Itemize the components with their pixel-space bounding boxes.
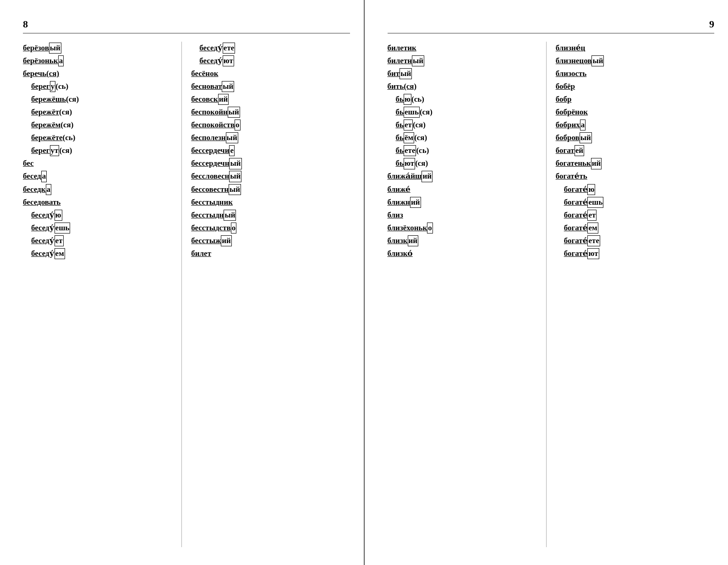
right-page-number: 9 (388, 18, 715, 30)
list-item: бессловесный (191, 170, 345, 183)
list-item: близость (556, 67, 710, 80)
left-col1: берёзовый берёзонька беречь(ся) бeрегу(с… (23, 42, 181, 547)
list-item: близко́ (388, 247, 542, 260)
list-item: беспокойство (191, 119, 345, 131)
list-item: бесёнок (191, 67, 345, 80)
list-item: бесовский (191, 93, 345, 106)
list-item: бережёте(сь) (23, 131, 177, 144)
list-item: бeрегу(сь) (23, 80, 177, 93)
list-item: бесноватый (191, 80, 345, 93)
list-item: бессердечие (191, 144, 345, 157)
left-col2: беседу́ете беседу́ют бесёнок бесноватый … (181, 42, 350, 547)
list-item: беседка (23, 183, 177, 196)
list-item: бьете(сь) (388, 144, 542, 157)
list-item: берегут(ся) (23, 144, 177, 157)
right-col1: билетик билетный битый бить(ся) бью(сь) … (388, 42, 546, 547)
list-item: беседу́ем (23, 247, 177, 260)
list-item: беседу́ет (23, 234, 177, 247)
list-item: берёзовый (23, 42, 177, 54)
list-item: ближний (388, 196, 542, 209)
list-item: ближе́ (388, 183, 542, 196)
list-item: бьешь(ся) (388, 106, 542, 119)
list-item: берёзонька (23, 54, 177, 67)
list-item: беседу́ете (191, 42, 345, 54)
list-item: бесполезный (191, 131, 345, 144)
list-item: близ (388, 209, 542, 222)
list-item: беседовать (23, 196, 177, 209)
list-item: билет (191, 247, 345, 260)
list-item: беседу́ю (23, 209, 177, 222)
list-item: бесстыжий (191, 234, 345, 247)
list-item: богате́ю (556, 183, 710, 196)
right-page-line (388, 33, 715, 33)
list-item: бьет(ся) (388, 119, 542, 131)
list-item: бобриха (556, 119, 710, 131)
list-item: билетик (388, 42, 542, 54)
list-item: богате́ешь (556, 196, 710, 209)
list-item: беспокойный (191, 106, 345, 119)
left-columns: берёзовый берёзонька беречь(ся) бeрегу(с… (23, 42, 350, 547)
list-item: бить(ся) (388, 80, 542, 93)
left-page-line (23, 33, 350, 33)
list-item: беседу́ют (191, 54, 345, 67)
list-item: битый (388, 67, 542, 80)
list-item: бережёшь(ся) (23, 93, 177, 106)
list-item: близёхонько (388, 222, 542, 234)
list-item: богате́ет (556, 209, 710, 222)
list-item: бессердечный (191, 157, 345, 170)
list-item: близне́ц (556, 42, 710, 54)
list-item: бобёр (556, 80, 710, 93)
right-col2: близне́ц близнецовый близость бобёр бобр… (546, 42, 714, 547)
list-item: ближа́йший (388, 170, 542, 183)
left-page-number: 8 (23, 18, 350, 30)
list-item: бобровый (556, 131, 710, 144)
list-item: богате́ть (556, 170, 710, 183)
list-item: богатенький (556, 157, 710, 170)
list-item: бессовестный (191, 183, 345, 196)
list-item: билетный (388, 54, 542, 67)
list-item: близнецовый (556, 54, 710, 67)
list-item: близкий (388, 234, 542, 247)
list-item: богате́ем (556, 222, 710, 234)
left-page: 8 берёзовый берёзонька беречь(ся) бeрегу… (0, 0, 365, 565)
list-item: беседа (23, 170, 177, 183)
list-item: бесстыдник (191, 196, 345, 209)
list-item: бобр (556, 93, 710, 106)
list-item: бесстыдство (191, 222, 345, 234)
list-item: богате́ете (556, 234, 710, 247)
list-item: бьют(ся) (388, 157, 542, 170)
right-page: 9 билетик билетный битый бить(ся) бью(сь… (365, 0, 728, 565)
list-item: бобрёнок (556, 106, 710, 119)
list-item: бес (23, 157, 177, 170)
right-columns: билетик билетный битый бить(ся) бью(сь) … (388, 42, 715, 547)
list-item: бесстыдный (191, 209, 345, 222)
list-item: бью(сь) (388, 93, 542, 106)
list-item: бережёт(ся) (23, 106, 177, 119)
list-item: беседу́ешь (23, 222, 177, 234)
list-item: бьём(ся) (388, 131, 542, 144)
list-item: богате́ют (556, 247, 710, 260)
list-item: бережём(ся) (23, 119, 177, 131)
list-item: беречь(ся) (23, 67, 177, 80)
list-item: богатей (556, 144, 710, 157)
